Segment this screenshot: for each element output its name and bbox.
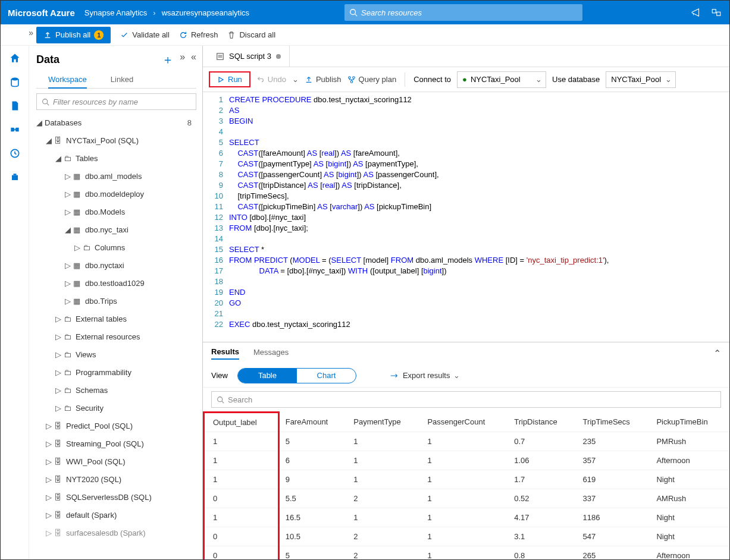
pool-node[interactable]: ▷🗄SQLServerlessDB (SQL) [36,488,196,506]
plan-icon [347,75,356,84]
tables-folder[interactable]: ◢🗀Tables [36,149,196,167]
data-icon[interactable] [8,75,21,89]
pool-node[interactable]: ▷🗄default (Spark) [36,506,196,524]
chevron-down-icon: ⌄ [453,371,460,380]
collapse-results-icon[interactable]: ⌃ [713,348,721,359]
add-icon[interactable]: ＋ [162,52,174,68]
table-cell: 2 [347,489,421,508]
svg-point-12 [350,80,353,83]
table-view-option[interactable]: Table [238,369,297,383]
results-search-input[interactable]: Search [211,391,721,408]
svg-line-14 [222,401,224,402]
sql-code-editor[interactable]: 12345678910111213141516171819202122 CREA… [203,92,729,342]
table-cell: 1 [204,432,279,451]
table-cell: 5.5 [278,489,347,508]
table-cell: 10.5 [278,527,347,546]
columns-folder[interactable]: ▷🗀Columns [36,238,196,256]
refresh-button[interactable]: Refresh [179,30,218,39]
column-header[interactable]: TripDistance [508,413,577,432]
undo-button[interactable]: Undo [256,75,286,84]
table-node[interactable]: ▷▦dbo.testload1029 [36,274,196,292]
chevron-down-icon[interactable]: ⌄ [292,75,299,84]
query-plan-button[interactable]: Query plan [347,75,397,84]
global-search-input[interactable]: Search resources [344,4,582,21]
pool-node[interactable]: ▷🗄WWI_Pool (SQL) [36,452,196,470]
chart-view-option[interactable]: Chart [297,369,356,383]
table-node[interactable]: ▷▦dbo.modeldeploy [36,185,196,203]
table-cell: 0 [204,527,279,546]
folder-node[interactable]: ▷🗀Security [36,399,196,417]
table-cell: 1 [421,489,508,508]
table-row[interactable]: 05.5210.52337AMRush [204,489,730,508]
folder-node[interactable]: ▷🗀External resources [36,328,196,345]
column-header[interactable]: FareAmount [278,413,347,432]
svg-point-11 [352,76,355,78]
folder-node[interactable]: ▷🗀External tables [36,310,196,328]
workspace-tab[interactable]: Workspace [48,71,87,89]
announcement-icon[interactable] [690,7,702,18]
integrate-icon[interactable] [8,123,21,136]
table-row[interactable]: 010.5213.1547Night [204,527,730,546]
results-tab[interactable]: Results [211,347,239,360]
validate-all-button[interactable]: Validate all [120,30,170,39]
collapse-left-icon[interactable]: « [191,52,196,68]
table-row[interactable]: 19111.7619Night [204,470,730,489]
folder-node[interactable]: ▷🗀Views [36,345,196,363]
data-explorer-panel: Data ＋ » « Workspace Linked Filter resou… [29,46,203,559]
table-cell: 1 [421,451,508,470]
run-button[interactable]: Run [209,71,250,87]
results-grid[interactable]: Output_labelFareAmountPaymentTypePasseng… [203,411,729,559]
discard-all-button[interactable]: Discard all [227,30,275,39]
table-node[interactable]: ◢▦dbo.nyc_taxi [36,221,196,238]
pool-node[interactable]: ▷🗄Streaming_Pool (SQL) [36,435,196,452]
connect-to-dropdown[interactable]: ● NYCTaxi_Pool ⌄ [457,71,546,88]
develop-icon[interactable] [8,99,21,112]
column-header[interactable]: Output_label [204,413,279,432]
table-row[interactable]: 116.5114.171186Night [204,508,730,527]
column-header[interactable]: PickupTimeBin [650,413,729,432]
pool-node[interactable]: ▷🗄NYT2020 (SQL) [36,470,196,488]
table-cell: 16.5 [278,508,347,527]
collapse-down-icon[interactable]: » [180,52,185,68]
folder-node[interactable]: ▷🗀Schemas [36,381,196,399]
pool-node[interactable]: ▷🗄surfacesalesdb (Spark) [36,524,196,542]
use-db-dropdown[interactable]: NYCTaxi_Pool ⌄ [606,71,676,88]
linked-tab[interactable]: Linked [111,71,133,88]
brand-logo[interactable]: Microsoft Azure [8,8,75,18]
table-cell: 1186 [577,508,651,527]
monitor-icon[interactable] [8,147,21,160]
filter-resources-input[interactable]: Filter resources by name [36,93,196,110]
table-cell: 9 [278,470,347,489]
table-node[interactable]: ▷▦dbo.aml_models [36,167,196,185]
feedback-icon[interactable] [710,7,722,18]
column-header[interactable]: PassengerCount [421,413,508,432]
publish-button[interactable]: Publish [305,75,341,84]
databases-section[interactable]: ◢ Databases 8 [36,114,196,131]
export-results-button[interactable]: Export results ⌄ [390,371,460,380]
refresh-icon [179,31,187,39]
home-icon[interactable] [8,52,21,65]
chevron-right-icon: › [153,8,155,17]
table-cell: 547 [577,527,651,546]
column-header[interactable]: PaymentType [347,413,421,432]
sql-script-tab[interactable]: SQL script 3 [208,46,290,67]
publish-all-button[interactable]: Publish all 1 [36,27,111,43]
table-row[interactable]: 05210.8265Afternoon [204,546,730,560]
table-cell: 5 [278,546,347,560]
table-node[interactable]: ▷▦dbo.nyctaxi [36,256,196,274]
breadcrumb-item[interactable]: wsazuresynapseanalytics [162,8,249,17]
manage-icon[interactable] [8,171,21,184]
table-row[interactable]: 15110.7235PMRush [204,432,730,451]
table-node[interactable]: ▷▦dbo.Models [36,203,196,221]
view-toggle[interactable]: Table Chart [237,368,356,383]
messages-tab[interactable]: Messages [253,348,289,359]
pool-node[interactable]: ▷🗄Predict_Pool (SQL) [36,417,196,435]
table-node[interactable]: ▷▦dbo.Trips [36,292,196,310]
expand-rail-icon[interactable]: » [29,28,33,37]
pool-node[interactable]: ◢🗄NYCTaxi_Pool (SQL) [36,131,196,149]
table-row[interactable]: 16111.06357Afternoon [204,451,730,470]
breadcrumb-item[interactable]: Synapse Analytics [84,8,148,17]
column-header[interactable]: TripTimeSecs [577,413,651,432]
folder-node[interactable]: ▷🗀Programmability [36,363,196,381]
breadcrumb: Synapse Analytics › wsazuresynapseanalyt… [84,8,249,17]
